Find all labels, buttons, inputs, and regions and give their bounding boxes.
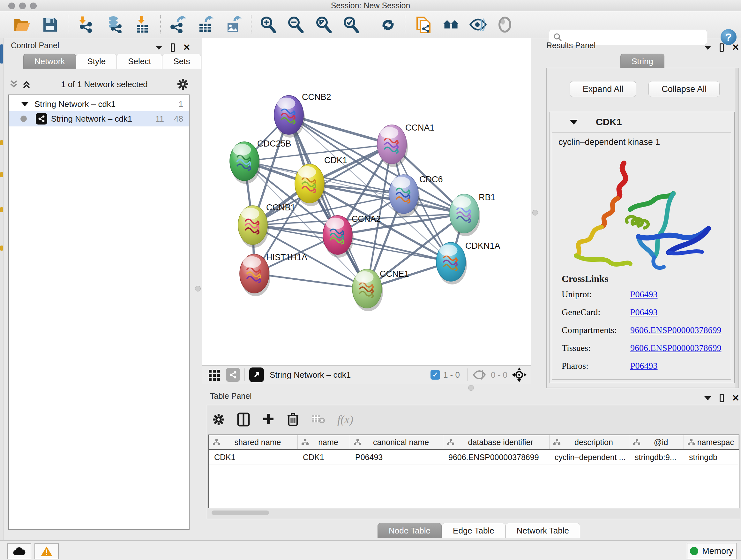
import-network-file-icon[interactable]: [77, 16, 95, 34]
export-table-file-icon[interactable]: [197, 16, 214, 34]
tab-node-table[interactable]: Node Table: [378, 523, 442, 538]
open-in-window-icon[interactable]: [249, 368, 264, 382]
zoom-selected-icon[interactable]: [342, 16, 360, 34]
hide-graphics-details-icon[interactable]: [469, 16, 487, 34]
crosslink-pharos-link[interactable]: P06493: [630, 361, 658, 371]
zoom-in-icon[interactable]: [259, 16, 277, 34]
create-column-plus-icon[interactable]: [262, 413, 275, 426]
fit-content-crosshair-icon[interactable]: [512, 368, 527, 382]
column-type-icon: [301, 438, 309, 446]
zoom-out-icon[interactable]: [286, 16, 305, 34]
node-table[interactable]: shared namenamecanonical namedatabase id…: [208, 435, 739, 508]
table-panel-float-icon[interactable]: [720, 394, 724, 402]
network-view-canvas[interactable]: CCNB2CCNA1CDC25BCDK1CDC6RB1CCNB1CCNA2CDK…: [202, 38, 531, 365]
birds-eye-view-icon[interactable]: [496, 16, 514, 34]
table-cell[interactable]: P06493: [350, 450, 443, 464]
column-header[interactable]: namespac: [684, 435, 739, 449]
results-scrollbar[interactable]: [735, 68, 738, 388]
network-node-cdc25b[interactable]: CDC25B: [230, 139, 291, 184]
network-view-icon[interactable]: [226, 368, 240, 382]
table-horizontal-scrollbar[interactable]: [212, 510, 269, 515]
open-session-icon[interactable]: [13, 16, 30, 34]
save-session-icon[interactable]: [41, 16, 59, 34]
table-cell[interactable]: CDK1: [298, 450, 350, 464]
network-node-ccnb1[interactable]: CCNB1: [238, 203, 295, 248]
export-image-icon[interactable]: [225, 16, 243, 34]
column-header[interactable]: database identifier: [443, 435, 549, 449]
table-cell[interactable]: stringdb: [684, 450, 739, 464]
right-splitter-grip[interactable]: [532, 210, 538, 215]
collection-disclosure-icon[interactable]: [21, 102, 29, 106]
network-node-rb1[interactable]: RB1: [450, 192, 495, 236]
tab-edge-table[interactable]: Edge Table: [442, 523, 506, 538]
show-columns-icon[interactable]: [237, 413, 250, 427]
column-header[interactable]: description: [549, 435, 630, 449]
import-network-database-icon[interactable]: [105, 16, 123, 34]
cloud-status-button[interactable]: [7, 543, 31, 559]
table-cell[interactable]: stringdb:9...: [630, 450, 684, 464]
delete-column-trash-icon[interactable]: [287, 413, 299, 427]
grid-view-icon[interactable]: [208, 368, 221, 381]
control-panel-close-icon[interactable]: ✕: [183, 44, 191, 51]
network-node-ccnb2[interactable]: CCNB2: [274, 92, 331, 138]
network-collection-row[interactable]: String Network – cdk1 1: [9, 97, 189, 111]
tab-sets[interactable]: Sets: [162, 54, 201, 69]
column-header[interactable]: name: [298, 435, 350, 449]
collapse-all-networks-icon[interactable]: [21, 79, 32, 89]
collapse-all-button[interactable]: Collapse All: [649, 81, 720, 97]
tab-string[interactable]: String: [620, 54, 664, 69]
table-panel-menu-icon[interactable]: [704, 396, 711, 400]
home-panel-icon[interactable]: [442, 16, 460, 34]
expand-all-networks-icon[interactable]: [8, 79, 19, 89]
control-panel-float-icon[interactable]: [171, 44, 175, 52]
left-splitter-grip[interactable]: [195, 286, 201, 292]
network-graph[interactable]: CCNB2CCNA1CDC25BCDK1CDC6RB1CCNB1CCNA2CDK…: [202, 38, 531, 365]
refresh-icon[interactable]: [379, 16, 397, 34]
gene-details: cyclin–dependent kinase 1: [552, 132, 731, 380]
memory-button[interactable]: Memory: [687, 543, 737, 559]
copy-style-icon[interactable]: [415, 16, 433, 34]
table-cell[interactable]: cyclin–dependent ...: [549, 450, 630, 464]
network-node-cdkn1a[interactable]: CDKN1A: [436, 241, 500, 285]
column-header[interactable]: shared name: [209, 435, 298, 449]
table-row[interactable]: CDK1CDK1P064939606.ENSP00000378699cyclin…: [209, 450, 739, 465]
hidden-elements-eye-icon[interactable]: [472, 369, 486, 381]
network-node-ccna2[interactable]: CCNA2: [323, 214, 381, 258]
export-network-file-icon[interactable]: [169, 16, 186, 34]
column-header[interactable]: @id: [629, 435, 684, 449]
table-cell[interactable]: CDK1: [209, 450, 298, 464]
network-node-count: 11: [145, 114, 164, 124]
network-node-ccne1[interactable]: CCNE1: [352, 269, 409, 311]
network-node-ccna1[interactable]: CCNA1: [377, 123, 434, 167]
expand-all-button[interactable]: Expand All: [569, 81, 636, 97]
crosslink-compartments-link[interactable]: 9606.ENSP00000378699: [630, 325, 721, 335]
table-panel-close-icon[interactable]: ✕: [732, 395, 739, 401]
tab-network[interactable]: Network: [23, 54, 76, 69]
crosslink-tissues-link[interactable]: 9606.ENSP00000378699: [630, 343, 721, 353]
network-row-selected[interactable]: String Network – cdk1 11 48: [9, 111, 189, 126]
results-panel-float-icon[interactable]: [720, 44, 724, 52]
table-options-gear-icon[interactable]: [212, 413, 225, 426]
control-panel-menu-icon[interactable]: [155, 46, 162, 50]
results-panel-menu-icon[interactable]: [704, 46, 711, 50]
column-label: name: [309, 438, 350, 447]
network-edge[interactable]: [338, 235, 451, 262]
tab-network-table[interactable]: Network Table: [506, 523, 580, 538]
warnings-button[interactable]: [35, 543, 59, 559]
results-panel-close-icon[interactable]: ✕: [732, 44, 739, 51]
tab-style[interactable]: Style: [76, 54, 117, 69]
network-node-hist1h1a[interactable]: HIST1H1A: [240, 253, 307, 296]
horizontal-splitter-grip[interactable]: [468, 385, 474, 391]
gene-disclosure-icon[interactable]: [569, 120, 578, 125]
status-separator: [468, 368, 468, 381]
crosslink-genecard-link[interactable]: P06493: [630, 307, 658, 317]
crosslink-uniprot-link[interactable]: P06493: [630, 289, 658, 300]
tab-select[interactable]: Select: [117, 54, 162, 69]
network-options-gear-icon[interactable]: [177, 78, 189, 90]
import-table-file-icon[interactable]: [133, 16, 151, 34]
zoom-fit-icon[interactable]: [315, 16, 333, 34]
selected-elements-checkbox[interactable]: ✓: [430, 370, 440, 380]
network-edge[interactable]: [254, 273, 367, 289]
column-header[interactable]: canonical name: [350, 435, 443, 449]
table-cell[interactable]: 9606.ENSP00000378699: [443, 450, 549, 464]
